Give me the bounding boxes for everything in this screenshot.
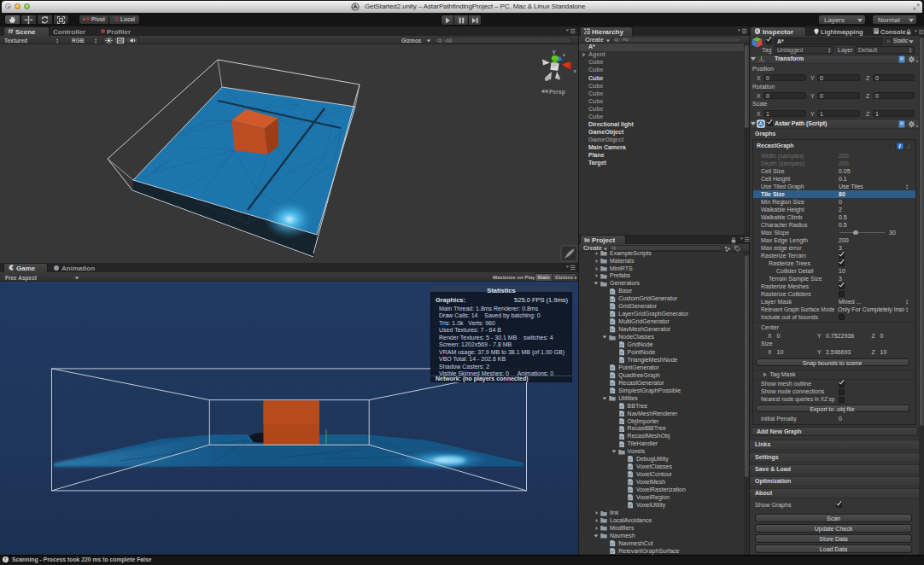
svg-text:Persp: Persp [549,89,565,96]
svg-text:Y: Y [553,50,557,55]
svg-text:z: z [563,52,565,57]
